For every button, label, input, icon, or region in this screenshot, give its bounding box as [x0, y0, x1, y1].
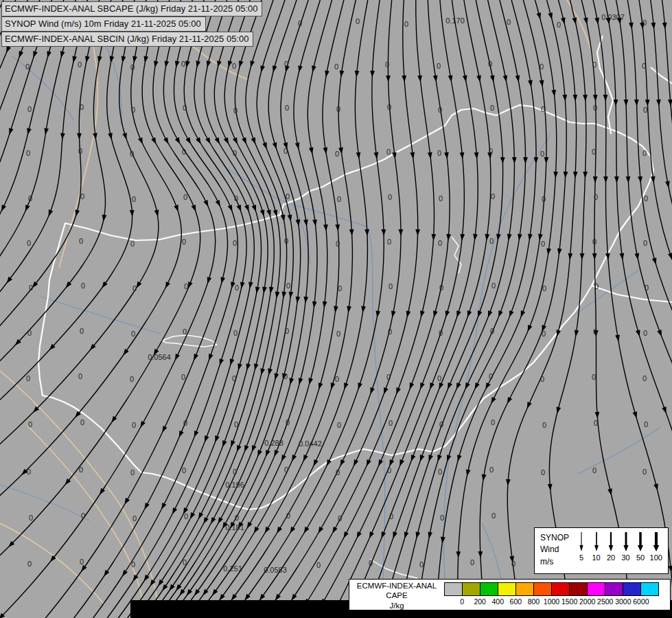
- cape-colorbar: 0200400600800100015002000250030006000: [444, 582, 659, 610]
- cape-color-segment: [551, 583, 569, 595]
- cape-color-segment: [640, 583, 658, 595]
- cape-legend-parameter: CAPE: [349, 591, 444, 600]
- wind-speed-column: 10: [591, 531, 602, 572]
- title-box-synop-wind: SYNOP Wind (m/s) 10m Friday 21-11-2025 0…: [1, 16, 206, 32]
- cape-colorbar-ticks: 0200400600800100015002000250030006000: [444, 596, 659, 607]
- hungary-border: [38, 105, 653, 510]
- wind-speed-value: 10: [592, 553, 600, 562]
- cape-tick-label: 2000: [579, 597, 595, 606]
- cape-legend-text: ECMWF-INDEX-ANAL CAPE J/kg: [349, 580, 444, 610]
- cape-color-segment: [623, 583, 640, 595]
- wind-legend-arrows: 510203050100: [575, 528, 668, 573]
- cape-color-segment: [587, 583, 605, 595]
- cape-tick-label: 1500: [561, 597, 577, 606]
- wind-arrow-icon: [576, 531, 587, 553]
- wind-speed-column: 30: [621, 531, 632, 572]
- cape-legend-model: ECMWF-INDEX-ANAL: [349, 581, 444, 591]
- cape-color-segment: [498, 583, 515, 595]
- rivers-layer: [0, 43, 660, 604]
- cape-tick-label: 600: [510, 597, 522, 606]
- wind-arrow-icon: [621, 531, 632, 553]
- wind-legend-subtitle: Wind: [540, 544, 575, 556]
- cape-tick-label: 0: [460, 597, 464, 606]
- wind-speed-column: 50: [635, 531, 646, 572]
- cape-tick-label: 6000: [633, 597, 649, 606]
- title-stack: ECMWF-INDEX-ANAL SBCAPE (J/kg) Friday 21…: [1, 1, 262, 47]
- wind-speed-value: 30: [621, 553, 629, 562]
- lake-balaton: [162, 335, 217, 347]
- title-box-sbcin: ECMWF-INDEX-ANAL SBCIN (J/kg) Friday 21-…: [1, 32, 253, 47]
- cape-color-segment: [462, 583, 480, 595]
- wind-arrow-icon: [635, 531, 646, 553]
- cape-legend-units: J/kg: [349, 601, 444, 610]
- cape-tick-label: 400: [491, 597, 504, 606]
- wind-speed-column: 20: [605, 531, 616, 572]
- cape-tick-label: 800: [528, 597, 540, 606]
- weather-map-page: 0000000000000000000000000000000000000000…: [0, 0, 672, 618]
- wind-speed-value: 100: [650, 553, 662, 562]
- wind-arrow-icon: [651, 531, 662, 553]
- cape-legend: ECMWF-INDEX-ANAL CAPE J/kg 0200400600800…: [349, 579, 671, 610]
- wind-legend-units: m/s: [540, 556, 575, 568]
- map-canvas: [0, 0, 672, 618]
- cape-tick-label: 1000: [544, 597, 559, 606]
- border-east: [592, 286, 672, 302]
- cape-colorbar-segments: [444, 582, 659, 596]
- cape-color-segment: [605, 583, 623, 595]
- cape-color-segment: [480, 583, 498, 595]
- cape-tick-label: 3000: [615, 597, 631, 606]
- cape-color-segment: [569, 583, 587, 595]
- cape-color-segment: [533, 583, 551, 595]
- cape-color-segment: [445, 583, 462, 595]
- wind-speed-column: 100: [650, 531, 662, 572]
- wind-arrow-icon: [605, 531, 616, 553]
- cape-tick-label: 200: [474, 597, 486, 606]
- wind-arrow-icon: [591, 531, 602, 553]
- wind-legend-title: SYNOP: [540, 532, 575, 544]
- wind-speed-column: 5: [576, 531, 587, 572]
- wind-legend: SYNOP Wind m/s 510203050100: [534, 527, 669, 574]
- wind-legend-text: SYNOP Wind m/s: [535, 528, 575, 573]
- wind-speed-value: 50: [636, 553, 645, 562]
- title-box-sbcape: ECMWF-INDEX-ANAL SBCAPE (J/kg) Friday 21…: [1, 1, 262, 16]
- wind-speed-value: 5: [579, 553, 583, 562]
- wind-speed-value: 20: [607, 553, 615, 562]
- cape-tick-label: 2500: [597, 597, 613, 606]
- cape-color-segment: [515, 583, 533, 595]
